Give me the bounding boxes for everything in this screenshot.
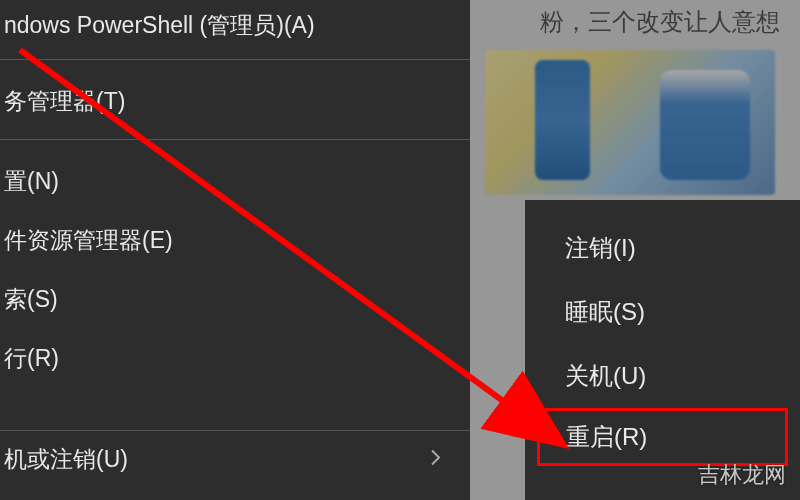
submenu-item-restart[interactable]: 重启(R) bbox=[537, 408, 788, 466]
submenu-item-label: 睡眠(S) bbox=[565, 298, 645, 325]
menu-item-label: 务管理器(T) bbox=[4, 88, 125, 114]
watermark-text: 吉林龙网 bbox=[698, 460, 786, 490]
submenu-item-label: 重启(R) bbox=[566, 423, 647, 450]
shutdown-submenu: 注销(I) 睡眠(S) 关机(U) 重启(R) bbox=[525, 200, 800, 500]
menu-item-settings[interactable]: 置(N) bbox=[0, 152, 470, 211]
menu-divider bbox=[0, 59, 470, 60]
menu-item-label: 机或注销(U) bbox=[4, 446, 128, 472]
submenu-item-shutdown[interactable]: 关机(U) bbox=[525, 344, 800, 408]
submenu-item-label: 注销(I) bbox=[565, 234, 636, 261]
submenu-item-signout[interactable]: 注销(I) bbox=[525, 216, 800, 280]
submenu-item-label: 关机(U) bbox=[565, 362, 646, 389]
menu-item-search[interactable]: 索(S) bbox=[0, 270, 470, 329]
menu-item-label: 置(N) bbox=[4, 168, 59, 194]
menu-item-label: ndows PowerShell (管理员)(A) bbox=[4, 12, 315, 38]
submenu-item-sleep[interactable]: 睡眠(S) bbox=[525, 280, 800, 344]
chevron-right-icon bbox=[430, 448, 442, 471]
menu-item-shutdown-signout[interactable]: 机或注销(U) bbox=[0, 430, 470, 488]
menu-item-task-manager[interactable]: 务管理器(T) bbox=[0, 72, 470, 131]
winx-menu: ndows PowerShell (管理员)(A) 务管理器(T) 置(N) 件… bbox=[0, 0, 470, 500]
menu-item-powershell-admin[interactable]: ndows PowerShell (管理员)(A) bbox=[0, 0, 470, 51]
menu-item-file-explorer[interactable]: 件资源管理器(E) bbox=[0, 211, 470, 270]
menu-item-label: 索(S) bbox=[4, 286, 58, 312]
menu-item-run[interactable]: 行(R) bbox=[0, 329, 470, 388]
menu-item-label: 行(R) bbox=[4, 345, 59, 371]
menu-item-label: 件资源管理器(E) bbox=[4, 227, 173, 253]
menu-divider bbox=[0, 139, 470, 140]
